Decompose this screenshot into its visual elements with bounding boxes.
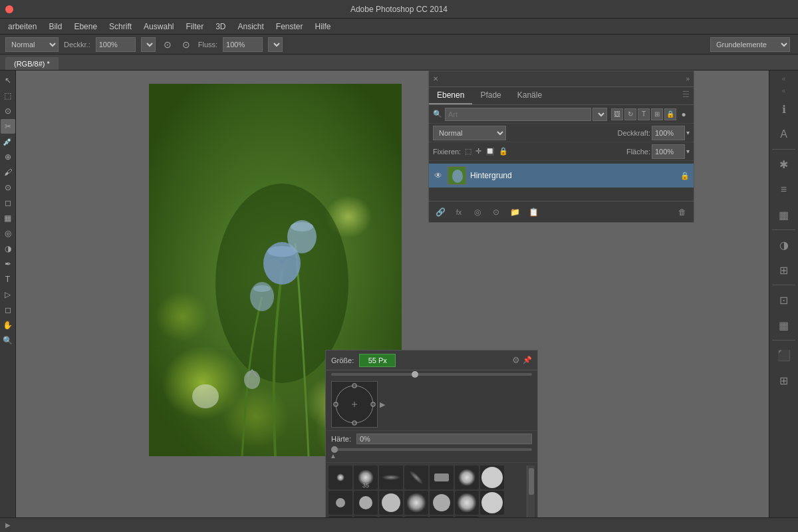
brush-tool[interactable]: 🖌 bbox=[1, 165, 15, 180]
tab-kanäle[interactable]: Kanäle bbox=[509, 87, 550, 104]
zoom-tool[interactable]: 🔍 bbox=[1, 333, 15, 348]
brush-preset-soft-md2[interactable] bbox=[404, 491, 428, 515]
shape-tool[interactable]: ◻ bbox=[1, 303, 15, 317]
new-adjustment-icon[interactable]: ⊙ bbox=[489, 205, 503, 219]
hardness-track[interactable]: 0% bbox=[356, 434, 532, 444]
path-tool[interactable]: ▷ bbox=[1, 287, 15, 302]
clone-tool[interactable]: ⊙ bbox=[1, 180, 15, 195]
tab-ebenen[interactable]: Ebenen bbox=[429, 87, 472, 104]
new-fill-layer-icon[interactable]: ◎ bbox=[470, 205, 485, 219]
layers-panel-close[interactable]: ✕ bbox=[433, 75, 438, 82]
right-panel-collapse-top2[interactable]: « bbox=[772, 85, 796, 96]
menu-schrift[interactable]: Schrift bbox=[104, 21, 137, 33]
tab-pfade[interactable]: Pfade bbox=[472, 87, 509, 104]
workspace-select[interactable]: Grundelemente bbox=[710, 37, 790, 52]
brush-preset-hard-md[interactable] bbox=[354, 491, 378, 515]
layer-visibility-toggle[interactable]: 👁 bbox=[433, 170, 444, 181]
menu-3d[interactable]: 3D bbox=[210, 21, 231, 33]
history-icon[interactable]: ✱ bbox=[772, 152, 796, 176]
blend-mode-select[interactable]: Normal bbox=[433, 126, 506, 140]
brush-preview-arrow[interactable]: ▶ bbox=[380, 400, 385, 409]
menu-hilfe[interactable]: Hilfe bbox=[310, 21, 336, 33]
brush-preset-soft-sm[interactable]: 35 bbox=[354, 466, 378, 489]
layer-filter-icon2[interactable]: ↻ bbox=[624, 108, 636, 120]
lock-artboard-icon[interactable]: 🔲 bbox=[485, 147, 495, 156]
hardness-slider-track[interactable] bbox=[331, 448, 532, 451]
move-tool[interactable]: ↖ bbox=[1, 73, 15, 88]
menu-bild[interactable]: Bild bbox=[43, 21, 67, 33]
brush-preset-hard-xl[interactable] bbox=[480, 466, 504, 489]
character-icon[interactable]: A bbox=[772, 122, 796, 146]
brush-preset-soft-xs[interactable] bbox=[329, 466, 352, 489]
new-group-icon[interactable]: 📁 bbox=[507, 205, 522, 219]
new-layer-icon[interactable]: 📋 bbox=[526, 205, 541, 219]
close-button[interactable] bbox=[5, 5, 13, 13]
doc-tab[interactable]: (RGB/8#) * bbox=[5, 57, 59, 70]
delete-layer-icon[interactable]: 🗑 bbox=[675, 205, 690, 219]
3d-icon[interactable]: ⬛ bbox=[772, 343, 796, 367]
layer-filter-icon5[interactable]: 🔒 bbox=[664, 108, 676, 120]
panel-menu-icon[interactable]: ☰ bbox=[678, 87, 694, 104]
select-tool[interactable]: ⬚ bbox=[1, 88, 15, 103]
brush-preset-soft-lg[interactable] bbox=[455, 466, 479, 489]
adjustments-icon[interactable]: ◑ bbox=[772, 233, 796, 257]
eyedropper-tool[interactable]: 💉 bbox=[1, 134, 15, 149]
layer-filter-icon1[interactable]: 🖼 bbox=[611, 108, 623, 120]
menu-auswahl[interactable]: Auswahl bbox=[138, 21, 179, 33]
brush-preset-soft-xl[interactable] bbox=[455, 491, 479, 515]
layers-panel-collapse[interactable]: » bbox=[686, 75, 690, 82]
menu-ebene[interactable]: Ebene bbox=[68, 21, 102, 33]
brush-preset-hard-lg[interactable] bbox=[379, 491, 403, 515]
brush-size-track[interactable] bbox=[331, 373, 532, 376]
crop-tool[interactable]: ✂ bbox=[1, 119, 15, 134]
eraser-tool[interactable]: ◻ bbox=[1, 196, 15, 210]
menu-arbeiten[interactable]: arbeiten bbox=[3, 21, 42, 33]
airbrush-icon[interactable]: ⊙ bbox=[180, 38, 193, 51]
text-tool[interactable]: T bbox=[1, 272, 15, 287]
lock-move-icon[interactable]: ✛ bbox=[475, 147, 481, 156]
blur-tool[interactable]: ◎ bbox=[1, 226, 15, 241]
fläche-input[interactable] bbox=[652, 144, 685, 159]
status-play-btn[interactable]: ▶ bbox=[5, 521, 11, 529]
timeline-icon[interactable]: ▦ bbox=[772, 313, 796, 337]
styles-icon[interactable]: ⊞ bbox=[772, 258, 796, 282]
link-icon[interactable]: 🔗 bbox=[433, 205, 448, 219]
fx-icon[interactable]: fx bbox=[452, 205, 466, 219]
brush-preset-special-3[interactable] bbox=[430, 466, 454, 489]
art-dropdown[interactable]: ▾ bbox=[593, 108, 607, 121]
layer-hintergrund[interactable]: 👁 Hintergrund 🔒 bbox=[429, 164, 694, 188]
layer-filter-toggle[interactable]: ● bbox=[678, 108, 690, 120]
brush-gear-icon[interactable]: ⚙ bbox=[512, 355, 520, 365]
mode-select[interactable]: Normal bbox=[5, 37, 59, 52]
brush-preset-hard-xl2[interactable] bbox=[480, 491, 504, 515]
brush-size-thumb[interactable] bbox=[412, 371, 418, 378]
brush-preset-special-2[interactable] bbox=[404, 466, 428, 489]
layer-filter-icon4[interactable]: ⊞ bbox=[651, 108, 663, 120]
pen-tool[interactable]: ✒ bbox=[1, 257, 15, 271]
hardness-slider-thumb[interactable] bbox=[331, 446, 338, 453]
fluss-input[interactable] bbox=[223, 37, 263, 52]
brush-presets-scrollbar[interactable] bbox=[527, 466, 535, 517]
fluss-dropdown[interactable] bbox=[268, 37, 283, 52]
brush-hardness-icon[interactable]: ⊙ bbox=[161, 38, 174, 51]
deckkraft-input[interactable] bbox=[96, 37, 136, 52]
info-icon[interactable]: ℹ bbox=[772, 97, 796, 121]
brush-preset-hard-sm[interactable] bbox=[329, 491, 352, 515]
libraries-icon[interactable]: ▦ bbox=[772, 203, 796, 227]
heal-tool[interactable]: ⊕ bbox=[1, 150, 15, 164]
dodge-tool[interactable]: ◑ bbox=[1, 241, 15, 256]
deckkraft-dropdown[interactable] bbox=[141, 37, 156, 52]
right-panel-collapse-top[interactable]: « bbox=[772, 73, 796, 84]
measurement-icon[interactable]: ⊞ bbox=[772, 368, 796, 392]
layers-search-input[interactable] bbox=[445, 108, 591, 121]
menu-filter[interactable]: Filter bbox=[180, 21, 209, 33]
hand-tool[interactable]: ✋ bbox=[1, 318, 15, 332]
lock-pixel-icon[interactable]: ⬚ bbox=[465, 147, 471, 156]
opacity-input[interactable] bbox=[652, 126, 685, 140]
menu-ansicht[interactable]: Ansicht bbox=[232, 21, 269, 33]
brush-presets-scroll-thumb[interactable] bbox=[529, 468, 534, 495]
brush-size-input[interactable] bbox=[359, 354, 396, 367]
menu-fenster[interactable]: Fenster bbox=[271, 21, 309, 33]
brush-preset-special-1[interactable] bbox=[379, 466, 403, 489]
actions-icon[interactable]: ≡ bbox=[772, 178, 796, 201]
